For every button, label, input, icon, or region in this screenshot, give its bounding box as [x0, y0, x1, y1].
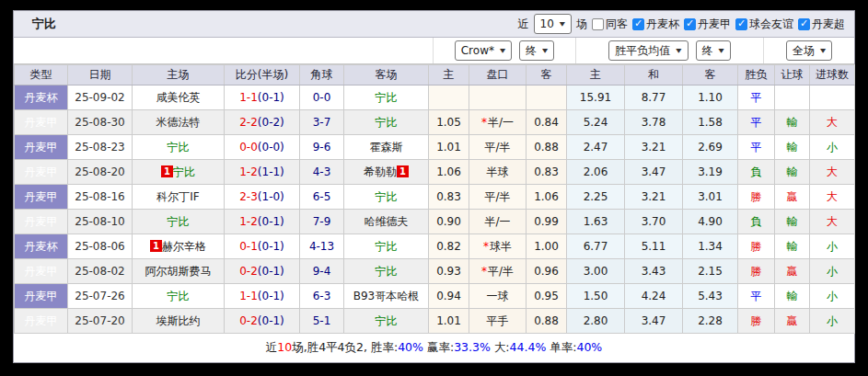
- score-cell: 1-2(0-1): [225, 210, 300, 234]
- avg-home-cell: 2.06: [567, 160, 625, 185]
- handicap-line-text: 球半: [490, 240, 512, 253]
- scope-select[interactable]: 全场 ▼: [786, 40, 832, 61]
- result-wdl-cell: 勝: [738, 185, 775, 210]
- avg-home-cell: 2.47: [567, 135, 625, 160]
- league-filter-丹麦超[interactable]: 丹麦超: [798, 17, 845, 32]
- table-header-row: 类型日期主场比分(半场)角球客场主盘口客主和客胜负让球进球数: [15, 65, 855, 85]
- avg-draw-cell: 8.77: [625, 85, 683, 110]
- summary-segment: 单率:: [546, 340, 576, 354]
- column-header-和: 和: [625, 65, 683, 85]
- halftime-score: (0-1): [258, 215, 284, 228]
- result-handicap-cell: 贏: [775, 259, 810, 284]
- home-team-cell: 宁比: [133, 210, 225, 234]
- result-goals-cell: [810, 85, 855, 110]
- league-label: 球会友谊: [749, 17, 793, 32]
- league-filter-球会友谊[interactable]: 球会友谊: [735, 17, 793, 32]
- odds-away-cell: 0.95: [527, 284, 567, 309]
- league-label: 丹麦杯: [646, 17, 679, 32]
- score-cell: 0-2(0-1): [225, 259, 300, 284]
- odds-away-cell: 0.99: [527, 210, 567, 234]
- chevron-down-icon: ▼: [560, 17, 565, 30]
- live-star-mark: *: [481, 116, 487, 129]
- corner-cell: 4-3: [300, 160, 344, 185]
- result-goals-cell: 小: [810, 259, 855, 284]
- matches-label: 场: [576, 17, 587, 32]
- corner-cell: 9-4: [300, 259, 344, 284]
- odds-away-cell: 0.96: [527, 259, 567, 284]
- halftime-score: (0-1): [258, 290, 284, 302]
- halftime-score: (0-2): [258, 116, 284, 129]
- bookmaker-state-select[interactable]: 终 ▼: [519, 40, 554, 61]
- match-table: 类型日期主场比分(半场)角球客场主盘口客主和客胜负让球进球数 丹麦杯25-09-…: [14, 64, 855, 334]
- league-checkbox[interactable]: [735, 18, 747, 30]
- league-checkbox[interactable]: [684, 18, 696, 30]
- away-team-name: 宁比: [376, 190, 398, 203]
- avg-draw-cell: 5.11: [625, 234, 683, 259]
- same-away-checkbox[interactable]: [592, 18, 604, 30]
- result-handicap-cell: 贏: [775, 185, 810, 210]
- result-wdl-cell: 勝: [738, 259, 775, 284]
- handicap-line-text: 平/半: [484, 141, 510, 154]
- home-team-name: 赫尔辛格: [162, 240, 206, 253]
- recent-count-select[interactable]: 10 ▼: [534, 14, 572, 34]
- odds-away-cell: 1.00: [527, 234, 567, 259]
- same-away-filter[interactable]: 同客: [592, 17, 628, 32]
- same-away-label: 同客: [606, 17, 628, 32]
- page-title: 宁比: [14, 16, 56, 32]
- score-cell: 1-1(0-1): [225, 85, 300, 110]
- average-state-select[interactable]: 终 ▼: [696, 40, 731, 61]
- avg-away-cell: 3.01: [683, 185, 738, 210]
- halftime-score: (1-0): [258, 190, 284, 203]
- bookmaker-state-value: 终: [526, 42, 537, 59]
- fulltime-score: 0-0: [239, 141, 258, 154]
- column-header-类型: 类型: [15, 65, 68, 85]
- summary-segment: 33.3%: [454, 340, 491, 354]
- league-filters: 丹麦杯丹麦甲球会友谊丹麦超: [632, 17, 845, 32]
- column-header-比分(半场): 比分(半场): [225, 65, 300, 85]
- column-header-主场: 主场: [133, 65, 225, 85]
- result-wdl-cell: 平: [738, 85, 775, 110]
- average-select[interactable]: 胜平负均值 ▼: [608, 40, 688, 61]
- corner-cell: 9-6: [300, 135, 344, 160]
- away-team-name: B93哥本哈根: [353, 290, 420, 302]
- home-team-cell: 1宁比: [133, 160, 225, 185]
- result-wdl-cell: 平: [738, 110, 775, 135]
- red-card-badge: 1: [161, 165, 173, 177]
- result-wdl-cell: 平: [738, 284, 775, 309]
- league-checkbox[interactable]: [632, 18, 644, 30]
- league-checkbox[interactable]: [798, 18, 810, 30]
- away-team-cell: 霍森斯: [344, 135, 429, 160]
- summary-segment: 近: [266, 340, 278, 354]
- handicap-line-cell: 半/一: [469, 210, 527, 234]
- corner-cell: 6-5: [300, 185, 344, 210]
- avg-home-cell: 2.25: [567, 185, 625, 210]
- table-row: 丹麦甲25-08-30米德法特2-2(0-2)3-7宁比1.05*半/一0.84…: [15, 110, 855, 135]
- home-team-cell: 宁比: [133, 135, 225, 160]
- odds-home-cell: 0.90: [429, 210, 469, 234]
- result-wdl-cell: 平: [738, 135, 775, 160]
- table-row: 丹麦甲25-08-16科尔丁IF2-3(1-0)6-5宁比0.83平/半1.06…: [15, 185, 855, 210]
- odds-home-cell: 1.05: [429, 110, 469, 135]
- league-filter-丹麦甲[interactable]: 丹麦甲: [684, 17, 731, 32]
- away-team-cell: B93哥本哈根: [344, 284, 429, 309]
- league-filter-丹麦杯[interactable]: 丹麦杯: [632, 17, 679, 32]
- league-label: 丹麦超: [812, 17, 845, 32]
- match-history-widget: 宁比 近 10 ▼ 场 同客 丹麦杯丹麦甲球会友谊丹麦超 Crow* ▼ 终 ▼: [13, 10, 855, 363]
- result-goals-cell: 小: [810, 135, 855, 160]
- avg-home-cell: 5.24: [567, 110, 625, 135]
- table-row: 丹麦杯25-08-061赫尔辛格0-1(0-1)4-13宁比0.82*球半1.0…: [15, 234, 855, 259]
- bookmaker-select[interactable]: Crow* ▼: [455, 40, 512, 61]
- odds-away-cell: 0.88: [527, 135, 567, 160]
- result-handicap-cell: 輸: [775, 110, 810, 135]
- column-header-客: 客: [527, 65, 567, 85]
- summary-text: 近10场,胜4平4负2, 胜率:40% 赢率:33.3% 大:44.4% 单率:…: [266, 340, 603, 356]
- league-type-cell: 丹麦甲: [15, 185, 68, 210]
- result-goals-cell: 大: [810, 110, 855, 135]
- handicap-line-text: 半/一: [484, 215, 510, 228]
- home-team-name: 阿尔胡斯费马: [145, 265, 212, 278]
- chevron-down-icon: ▼: [820, 44, 826, 57]
- league-type-cell: 丹麦甲: [15, 110, 68, 135]
- date-cell: 25-07-26: [68, 284, 133, 309]
- date-cell: 25-08-16: [68, 185, 133, 210]
- handicap-line-text: 半球: [487, 165, 509, 178]
